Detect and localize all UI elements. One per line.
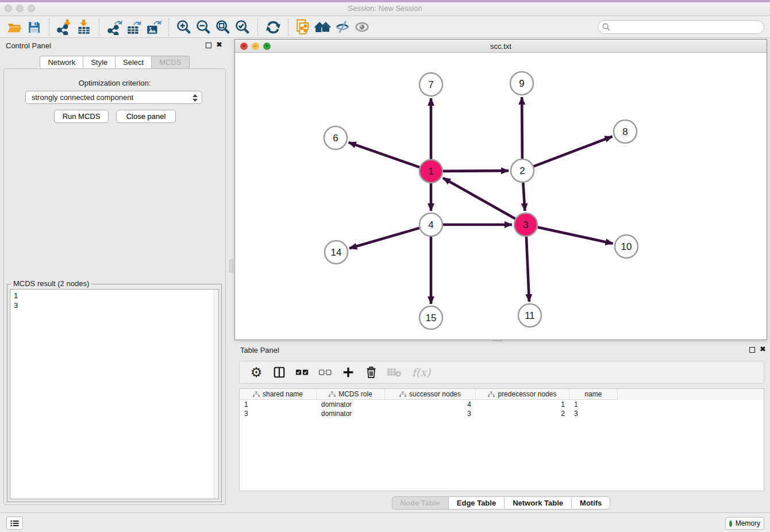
node-14[interactable]: 14 xyxy=(325,241,348,264)
node-6[interactable]: 6 xyxy=(324,126,347,149)
node-4[interactable]: 4 xyxy=(419,213,442,236)
tab-mcds[interactable]: MCDS xyxy=(151,56,189,69)
node-label: 8 xyxy=(622,126,627,137)
function-builder-button[interactable]: f(x) xyxy=(410,364,433,380)
unselect-all-button[interactable] xyxy=(318,364,333,380)
show-selected-button[interactable] xyxy=(352,18,372,36)
edge-2-9[interactable] xyxy=(522,97,522,159)
edge-1-6[interactable] xyxy=(349,142,420,167)
control-panel-close-button[interactable]: ✖ xyxy=(216,40,222,49)
table-panel-float-button[interactable] xyxy=(749,347,755,353)
table-settings-button[interactable]: ⚙ xyxy=(249,364,264,380)
unselect-all-icon xyxy=(318,367,332,377)
node-9[interactable]: 9 xyxy=(510,72,533,95)
search-input[interactable] xyxy=(598,20,764,34)
edge-4-14[interactable] xyxy=(349,228,419,248)
edge-2-3[interactable] xyxy=(523,183,525,211)
status-bar: Memory xyxy=(0,512,770,532)
attribute-type-icon xyxy=(488,391,495,398)
table-cell[interactable]: 2 xyxy=(476,410,569,418)
column-header-shared-name[interactable]: shared name xyxy=(240,389,317,400)
edge-1-2[interactable] xyxy=(443,171,509,171)
column-header-successor-nodes[interactable]: successor nodes xyxy=(385,389,476,400)
table-row[interactable]: 3dominator323 xyxy=(240,409,764,418)
table-panel: Table Panel ✖ ⚙ xyxy=(234,342,768,511)
hide-selected-button[interactable] xyxy=(333,18,352,36)
node-10[interactable]: 10 xyxy=(615,235,638,258)
mcds-result-title: MCDS result (2 nodes) xyxy=(11,279,91,288)
zoom-fit-icon xyxy=(215,19,231,35)
tab-edge-table[interactable]: Edge Table xyxy=(448,496,504,510)
table-cell[interactable]: 4 xyxy=(385,400,476,408)
mcds-result-scrollbar[interactable] xyxy=(214,290,218,499)
import-network-button[interactable] xyxy=(55,18,74,36)
control-panel-header: Control Panel ✖ xyxy=(0,39,229,53)
node-8[interactable]: 8 xyxy=(614,120,637,143)
edge-3-10[interactable] xyxy=(538,227,613,243)
run-mcds-button[interactable]: Run MCDS xyxy=(54,110,109,123)
zoom-selected-button[interactable] xyxy=(233,18,252,36)
table-panel-close-button[interactable]: ✖ xyxy=(760,345,766,354)
show-all-networks-button[interactable] xyxy=(313,18,333,36)
table-cell[interactable]: 1 xyxy=(240,400,317,408)
clone-network-button[interactable] xyxy=(294,18,313,36)
tab-node-table[interactable]: Node Table xyxy=(392,496,448,510)
table-cell[interactable]: 1 xyxy=(569,400,618,408)
table-cell[interactable]: 1 xyxy=(476,400,569,408)
open-session-button[interactable] xyxy=(5,18,24,36)
clone-network-icon xyxy=(295,19,311,35)
export-image-button[interactable] xyxy=(144,18,163,36)
node-1[interactable]: 1 xyxy=(419,160,442,183)
edge-3-1[interactable] xyxy=(443,178,515,219)
node-2[interactable]: 2 xyxy=(511,159,534,182)
task-history-button[interactable] xyxy=(6,516,23,530)
add-column-button[interactable] xyxy=(341,364,356,380)
import-table-icon xyxy=(76,19,92,35)
attribute-type-icon xyxy=(329,391,336,398)
mcds-result-text[interactable]: 1 3 xyxy=(10,289,219,499)
close-panel-button[interactable]: Close panel xyxy=(116,110,176,123)
table-cell[interactable]: 3 xyxy=(569,410,618,418)
tab-network[interactable]: Network xyxy=(40,56,83,69)
node-7[interactable]: 7 xyxy=(419,73,442,96)
column-header-predecessor-nodes[interactable]: predecessor nodes xyxy=(476,389,569,400)
zoom-in-button[interactable] xyxy=(174,18,194,36)
import-table-button[interactable] xyxy=(74,18,94,36)
export-network-button[interactable] xyxy=(105,18,124,36)
apply-layout-button[interactable] xyxy=(263,18,283,36)
refresh-icon xyxy=(265,20,281,35)
node-3[interactable]: 3 xyxy=(514,213,537,236)
toolbar-separator xyxy=(49,18,49,36)
table-panel-title: Table Panel xyxy=(240,346,279,354)
column-view-button[interactable] xyxy=(272,364,287,380)
select-all-icon xyxy=(295,367,309,377)
tab-network-table[interactable]: Network Table xyxy=(504,496,571,510)
edge-2-8[interactable] xyxy=(534,137,613,167)
node-15[interactable]: 15 xyxy=(419,306,442,329)
table-cell[interactable]: 3 xyxy=(385,410,476,418)
table-cell[interactable]: 3 xyxy=(240,410,317,418)
export-table-button[interactable] xyxy=(124,18,144,36)
save-session-button[interactable] xyxy=(24,18,44,36)
network-canvas[interactable]: 7968124314101511 xyxy=(235,53,767,340)
plus-icon xyxy=(342,366,355,379)
edge-3-11[interactable] xyxy=(526,237,529,302)
delete-table-button[interactable] xyxy=(387,364,402,380)
column-header-name[interactable]: name xyxy=(569,389,618,400)
node-11[interactable]: 11 xyxy=(518,304,541,327)
delete-column-button[interactable] xyxy=(364,364,379,380)
table-row[interactable]: 1dominator411 xyxy=(240,400,764,409)
criterion-select[interactable]: strongly connected component xyxy=(25,91,202,104)
tab-motifs[interactable]: Motifs xyxy=(571,496,610,510)
zoom-fit-button[interactable] xyxy=(213,18,233,36)
memory-button[interactable]: Memory xyxy=(725,517,764,530)
table-cell[interactable]: dominator xyxy=(317,410,385,418)
control-panel-float-button[interactable] xyxy=(206,43,211,48)
table-cell[interactable]: dominator xyxy=(317,400,385,408)
select-all-button[interactable] xyxy=(295,364,310,380)
zoom-out-button[interactable] xyxy=(194,18,213,36)
tab-select[interactable]: Select xyxy=(115,56,151,69)
tab-style[interactable]: Style xyxy=(83,56,115,69)
vertical-splitter-handle[interactable] xyxy=(229,260,233,272)
column-header-MCDS-role[interactable]: MCDS role xyxy=(317,389,385,400)
